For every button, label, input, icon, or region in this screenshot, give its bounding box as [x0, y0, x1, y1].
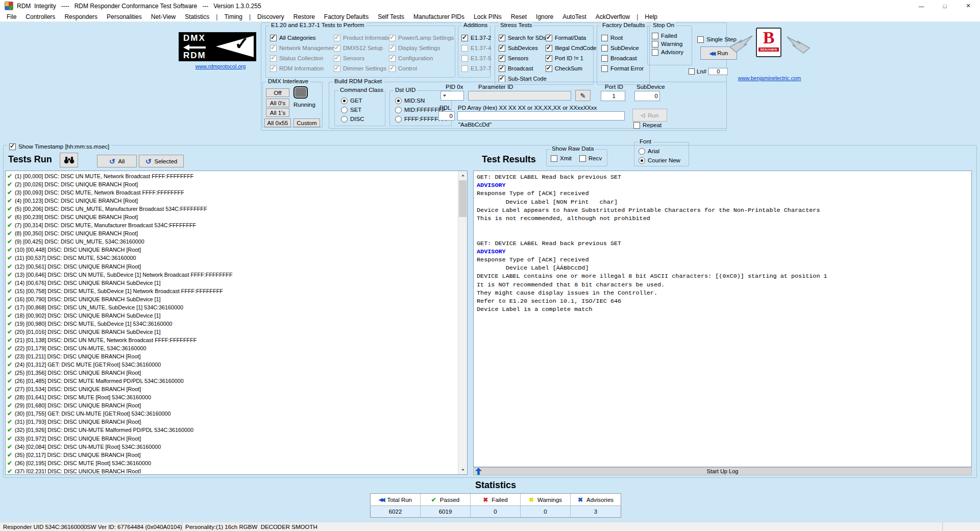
stress-sensors-checkbox[interactable]: ✓Sensors [499, 53, 547, 63]
dmx-all-0s-button[interactable]: All 0's [266, 99, 289, 107]
scroll-down-button[interactable] [458, 466, 467, 474]
menu-item-ackoverflow[interactable]: AckOverflow [591, 13, 634, 20]
menu-item-file[interactable]: File [2, 13, 21, 20]
menu-item-manufacturer-pids[interactable]: Manufacturer PIDs [409, 13, 469, 20]
scroll-up-button[interactable] [458, 171, 467, 180]
menu-item-net-view[interactable]: Net-View [146, 13, 180, 20]
close-button[interactable]: ✕ [957, 0, 980, 12]
parameter-id-combo[interactable] [468, 91, 571, 101]
tests-scrollbar[interactable] [458, 171, 467, 474]
test-run-row[interactable]: ✔(33) [01,972] DISC: DISC UNIQUE BRANCH … [7, 435, 457, 443]
font-courier-new-radio[interactable]: Courier New [639, 156, 680, 165]
menu-item-ignore[interactable]: Ignore [531, 13, 558, 20]
subdevice-field[interactable]: 0 [634, 91, 660, 101]
benjaminelectric-link[interactable]: www.benjaminelectric.com [738, 75, 801, 81]
factory-default-broadcast-checkbox[interactable]: Broadcast [601, 53, 644, 63]
test-run-row[interactable]: ✔(12) [00,561] DISC: DISC UNIQUE BRANCH … [7, 262, 457, 271]
recv-checkbox[interactable]: Recv [579, 154, 602, 163]
test-run-row[interactable]: ✔(26) [01,485] DISC: DISC MUTE Malformed… [7, 377, 457, 385]
test-run-row[interactable]: ✔(8) [00,350] DISC: DISC UNIQUE BRANCH [… [7, 229, 457, 237]
test-run-row[interactable]: ✔(19) [00,980] DISC: DISC MUTE, SubDevic… [7, 320, 457, 328]
dmx-off-button[interactable]: Off [266, 88, 289, 97]
pid-combo[interactable] [440, 91, 464, 101]
menu-item-lock-pins[interactable]: Lock PINs [469, 13, 506, 20]
ln-checkbox[interactable] [689, 68, 695, 75]
test-run-row[interactable]: ✔(20) [01,016] DISC: DISC UNIQUE BRANCH … [7, 328, 457, 336]
factory-default-subdevice-checkbox[interactable]: SubDevice [601, 43, 644, 53]
stress-illegal-cmdcode-checkbox[interactable]: ✓Illegal CmdCode [546, 43, 596, 53]
menu-item-personalities[interactable]: Personalities [102, 13, 146, 20]
stop-on-warning-checkbox[interactable]: Warning [652, 40, 683, 48]
test-run-row[interactable]: ✔(5) [00,206] DISC: DISC UN_MUTE, Manufa… [7, 205, 457, 213]
rerun-all-button[interactable]: ↺ All [97, 155, 137, 167]
test-run-row[interactable]: ✔(3) [00,093] DISC: DISC MUTE, Network B… [7, 188, 457, 197]
results-footer-bar[interactable]: Start Up Log [473, 467, 972, 475]
test-run-row[interactable]: ✔(25) [01,356] DISC: DISC UNIQUE BRANCH … [7, 369, 457, 377]
port-id-spinner[interactable]: 1 [601, 91, 625, 101]
test-run-row[interactable]: ✔(22) [01,179] DISC: DISC UN-MUTE, 534C:… [7, 344, 457, 352]
stress-checksum-checkbox[interactable]: ✓CheckSum [546, 63, 596, 74]
font-arial-radio[interactable]: Arial [639, 147, 680, 156]
show-timestamp-checkbox[interactable]: ✓ Show Timestamp [hh:mm:ss.msec] [7, 141, 111, 152]
test-run-row[interactable]: ✔(10) [00,448] DISC: DISC UNIQUE BRANCH … [7, 246, 457, 254]
test-run-row[interactable]: ✔(11) [00,537] DISC: DISC MUTE, 534C:361… [7, 254, 457, 262]
category-all-categories-checkbox[interactable]: ✓All Categories [270, 33, 337, 43]
menu-item-discovery[interactable]: Discovery [253, 13, 289, 20]
test-run-row[interactable]: ✔(24) [01,312] GET: DISC MUTE [GET:Root]… [7, 360, 457, 369]
stress-subdevices-checkbox[interactable]: ✓SubDevices [499, 43, 547, 53]
repeat-checkbox[interactable]: Repeat [633, 120, 662, 130]
menu-item-statistics[interactable]: Statistics [180, 13, 214, 20]
test-run-row[interactable]: ✔(23) [01,211] DISC: DISC UNIQUE BRANCH … [7, 352, 457, 360]
ln-value-field[interactable]: 0 [708, 68, 728, 75]
xmit-checkbox[interactable]: Xmit [551, 154, 572, 163]
stress-broadcast-checkbox[interactable]: ✓Broadcast [499, 63, 547, 74]
pd-array-input[interactable] [457, 111, 625, 120]
test-run-row[interactable]: ✔(13) [00,646] DISC: DISC UN MUTE, SubDe… [7, 271, 457, 279]
test-run-row[interactable]: ✔(34) [02,084] DISC: DISC UN-MUTE [Root]… [7, 443, 457, 451]
dmx-all-1s-button[interactable]: All 1's [266, 108, 289, 117]
test-run-row[interactable]: ✔(32) [01,926] DISC: DISC UN-MUTE Malfor… [7, 426, 457, 434]
test-run-row[interactable]: ✔(27) [01,534] DISC: DISC UNIQUE BRANCH … [7, 385, 457, 393]
dmx-custom-button[interactable]: Custom [293, 118, 320, 127]
minimize-button[interactable]: — [910, 0, 933, 12]
command-class-set-radio[interactable]: SET [341, 105, 364, 114]
stop-on-failed-checkbox[interactable]: Failed [652, 32, 683, 40]
test-run-row[interactable]: ✔(17) [00,868] DISC: DISC UN_MUTE, SubDe… [7, 303, 457, 311]
test-run-row[interactable]: ✔(36) [02,195] DISC: DISC MUTE [Root] 53… [7, 459, 457, 467]
menu-item-restore[interactable]: Restore [289, 13, 320, 20]
rdmprotocol-link[interactable]: www.rdmprotocol.org [195, 63, 246, 69]
menu-item-factory-defaults[interactable]: Factory Defaults [320, 13, 373, 20]
addition-e1-37-2-checkbox[interactable]: ✓E1.37-2 [461, 33, 491, 43]
stress-port-id-1-checkbox[interactable]: ✓Port ID != 1 [546, 53, 596, 63]
command-class-disc-radio[interactable]: DISC [341, 114, 364, 124]
dmx-all-0x55-button[interactable]: All 0x55 [264, 118, 291, 127]
test-run-row[interactable]: ✔(1) [00,000] DISC: DISC UN MUTE, Networ… [7, 172, 457, 180]
maximize-button[interactable]: □ [933, 0, 957, 12]
factory-default-format-error-checkbox[interactable]: Format Error [601, 63, 644, 74]
test-run-row[interactable]: ✔(14) [00,676] DISC: DISC UNIQUE BRANCH … [7, 279, 457, 287]
test-run-row[interactable]: ✔(9) [00,425] DISC: DISC UN_MUTE, 534C:3… [7, 237, 457, 246]
test-run-row[interactable]: ✔(21) [01,138] DISC: DISC UN MUTE, Netwo… [7, 336, 457, 344]
menu-item-self-tests[interactable]: Self Tests [373, 13, 409, 20]
command-class-get-radio[interactable]: GET [341, 96, 364, 105]
test-run-row[interactable]: ✔(2) [00,026] DISC: DISC UNIQUE BRANCH [… [7, 180, 457, 188]
stress-search-for-sds-checkbox[interactable]: ✓Search for SDs [499, 33, 547, 43]
scrollbar-thumb[interactable] [459, 180, 467, 217]
test-run-row[interactable]: ✔(4) [00,123] DISC: DISC UNIQUE BRANCH [… [7, 197, 457, 205]
menu-item-autotest[interactable]: AutoTest [558, 13, 591, 20]
test-run-row[interactable]: ✔(7) [00,314] DISC: DISC MUTE, Manufactu… [7, 221, 457, 229]
test-run-row[interactable]: ✔(6) [00,239] DISC: DISC UNIQUE BRANCH [… [7, 213, 457, 221]
test-run-row[interactable]: ✔(37) [02,231] DISC: DISC UNIQUE BRANCH … [7, 467, 457, 473]
rerun-selected-button[interactable]: ↺ Selected [139, 155, 184, 167]
menu-item-responders[interactable]: Responders [60, 13, 102, 20]
pid-edit-button[interactable]: ✎ [575, 90, 591, 101]
test-run-row[interactable]: ✔(31) [01,793] DISC: DISC UNIQUE BRANCH … [7, 418, 457, 426]
menu-item-controllers[interactable]: Controllers [21, 13, 60, 20]
test-run-row[interactable]: ✔(29) [01,680] DISC: DISC UNIQUE BRANCH … [7, 401, 457, 409]
search-button[interactable] [60, 153, 78, 167]
test-run-row[interactable]: ✔(18) [00,902] DISC: DISC UNIQUE BRANCH … [7, 311, 457, 320]
stress-format-data-checkbox[interactable]: ✓Format/Data [546, 33, 596, 43]
test-run-row[interactable]: ✔(16) [00,790] DISC: DISC UNIQUE BRANCH … [7, 295, 457, 303]
pdl-field[interactable]: 0 [438, 111, 455, 120]
factory-default-root-checkbox[interactable]: Root [601, 33, 644, 43]
